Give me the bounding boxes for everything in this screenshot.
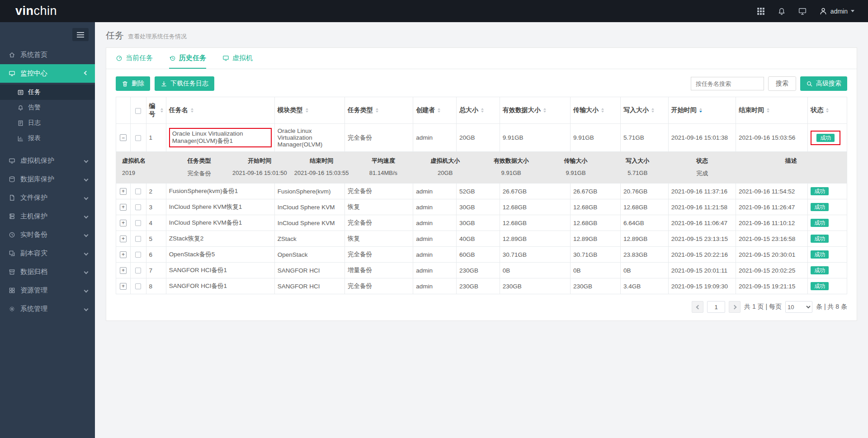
vm-protection-icon bbox=[9, 157, 15, 164]
sidebar-item-db-protection[interactable]: 数据库保护 bbox=[0, 170, 95, 188]
cell-written-size: 23.83GB bbox=[620, 247, 668, 263]
table-row[interactable]: + 6 OpenStack备份5 OpenStack 完全备份 admin 60… bbox=[116, 247, 847, 263]
cell-module-type: FusionSphere(kvm) bbox=[274, 184, 344, 199]
column-header-module-type[interactable]: 模块类型 bbox=[274, 97, 344, 124]
column-header-written-size[interactable]: 写入大小 bbox=[620, 97, 668, 124]
table-row[interactable]: + 8 SANGFOR HCI备份1 SANGFOR HCI 完全备份 admi… bbox=[116, 278, 847, 294]
apps-grid-icon[interactable] bbox=[757, 7, 765, 15]
column-header-task-name[interactable]: 任务名 bbox=[166, 97, 274, 124]
row-checkbox[interactable] bbox=[135, 220, 141, 226]
select-all-header bbox=[131, 97, 146, 124]
download-task-log-button[interactable]: 下载任务日志 bbox=[155, 76, 214, 91]
tab-history-tasks[interactable]: 历史任务 bbox=[169, 48, 206, 69]
cell-valid-data-size: 12.68GB bbox=[500, 215, 570, 231]
tasks-icon bbox=[17, 89, 24, 96]
column-header-transfer-size[interactable]: 传输大小 bbox=[571, 97, 621, 124]
row-checkbox[interactable] bbox=[135, 236, 141, 242]
cell-transfer-size: 26.67GB bbox=[571, 184, 621, 199]
cell-task-type: 完全备份 bbox=[345, 215, 413, 231]
sort-icons bbox=[767, 108, 769, 113]
expand-row-icon[interactable]: + bbox=[120, 220, 127, 226]
vm-detail-grid: 虚拟机名2019 任务类型完全备份 开始时间2021-09-16 15:01:5… bbox=[116, 152, 847, 183]
sidebar-collapse-button[interactable] bbox=[72, 28, 89, 41]
sidebar-item-realtime-backup[interactable]: 实时备份 bbox=[0, 226, 95, 244]
table-row[interactable]: + 7 SANGFOR HCI备份1 SANGFOR HCI 增量备份 admi… bbox=[116, 263, 847, 278]
next-page-button[interactable] bbox=[729, 301, 741, 313]
cell-id: 3 bbox=[146, 199, 166, 215]
row-checkbox[interactable] bbox=[135, 268, 141, 273]
file-icon bbox=[9, 194, 15, 201]
expand-row-icon[interactable]: + bbox=[120, 251, 127, 258]
expand-row-icon[interactable]: + bbox=[120, 267, 127, 274]
sidebar-item-file-protection[interactable]: 文件保护 bbox=[0, 188, 95, 207]
sidebar-item-system-management[interactable]: 系统管理 bbox=[0, 300, 95, 318]
prev-page-button[interactable] bbox=[692, 301, 703, 313]
cell-written-size: 20.76GB bbox=[620, 184, 668, 199]
delete-button[interactable]: 删除 bbox=[116, 76, 150, 91]
cell-transfer-size: 9.91GB bbox=[571, 124, 621, 152]
sidebar-item-vm-protection[interactable]: 虚拟机保护 bbox=[0, 151, 95, 170]
row-checkbox[interactable] bbox=[135, 188, 141, 194]
expand-row-icon[interactable]: + bbox=[120, 204, 127, 211]
row-checkbox[interactable] bbox=[135, 283, 141, 289]
cell-task-name: Oracle Linux Virtualization Manager(OLVM… bbox=[166, 124, 274, 152]
sidebar-item-host-protection[interactable]: 主机保护 bbox=[0, 207, 95, 226]
cell-id: 2 bbox=[146, 184, 166, 199]
sidebar-item-logs[interactable]: 日志 bbox=[0, 115, 95, 131]
table-row[interactable]: − 1 Oracle Linux Virtualization Manager(… bbox=[116, 124, 847, 152]
cell-task-type: 完全备份 bbox=[345, 184, 413, 199]
column-header-status[interactable]: 状态 bbox=[808, 97, 847, 124]
expand-row-icon[interactable]: + bbox=[120, 283, 127, 290]
expand-column-header bbox=[116, 97, 131, 124]
status-badge: 成功 bbox=[811, 282, 829, 290]
bell-icon[interactable] bbox=[778, 7, 786, 15]
per-page-select[interactable]: 10 bbox=[785, 301, 812, 313]
monitor-icon[interactable] bbox=[798, 7, 807, 15]
expand-row-icon[interactable]: + bbox=[120, 235, 127, 242]
sidebar-item-data-archive[interactable]: 数据归档 bbox=[0, 263, 95, 281]
search-button[interactable]: 搜索 bbox=[768, 76, 796, 91]
column-header-end-time[interactable]: 结束时间 bbox=[736, 97, 807, 124]
expand-row-icon[interactable]: + bbox=[120, 188, 127, 195]
table-row[interactable]: + 5 ZStack恢复2 ZStack 恢复 admin 40GB 12.89… bbox=[116, 231, 847, 247]
table-row[interactable]: + 3 InCloud Sphere KVM恢复1 InCloud Sphere… bbox=[116, 199, 847, 215]
collapse-row-icon[interactable]: − bbox=[120, 134, 127, 141]
chevron-left-icon bbox=[84, 288, 89, 293]
column-header-id[interactable]: 编号 bbox=[146, 97, 166, 124]
cell-total-size: 60GB bbox=[456, 247, 500, 263]
user-menu[interactable]: admin bbox=[819, 7, 854, 15]
cell-start-time: 2021-09-16 11:37:16 bbox=[668, 184, 736, 199]
sidebar-item-replica-dr[interactable]: 副本容灾 bbox=[0, 244, 95, 263]
row-checkbox[interactable] bbox=[135, 135, 141, 141]
column-header-task-type[interactable]: 任务类型 bbox=[345, 97, 413, 124]
trash-icon bbox=[122, 80, 128, 87]
row-detail: 虚拟机名2019 任务类型完全备份 开始时间2021-09-16 15:01:5… bbox=[116, 152, 847, 184]
sort-icons bbox=[191, 108, 193, 113]
sidebar-item-monitor-center[interactable]: 监控中心 bbox=[0, 64, 95, 83]
tab-current-tasks[interactable]: 当前任务 bbox=[116, 48, 153, 69]
column-header-creator[interactable]: 创建者 bbox=[413, 97, 457, 124]
clock-icon bbox=[9, 231, 15, 238]
sidebar-item-resource-management[interactable]: 资源管理 bbox=[0, 281, 95, 300]
cell-valid-data-size: 12.89GB bbox=[500, 231, 570, 247]
cell-task-name: SANGFOR HCI备份1 bbox=[166, 278, 274, 294]
tab-virtual-machines[interactable]: 虚拟机 bbox=[222, 48, 253, 69]
toolbar: 删除 下载任务日志 搜索 高级搜索 bbox=[106, 69, 857, 97]
sidebar-item-alerts[interactable]: 告警 bbox=[0, 100, 95, 115]
select-all-checkbox[interactable] bbox=[135, 108, 141, 114]
table-row[interactable]: + 4 InCloud Sphere KVM备份1 InCloud Sphere… bbox=[116, 215, 847, 231]
cell-total-size: 20GB bbox=[456, 124, 500, 152]
column-header-start-time[interactable]: 开始时间 bbox=[668, 97, 736, 124]
advanced-search-button[interactable]: 高级搜索 bbox=[800, 76, 847, 91]
search-input[interactable] bbox=[691, 77, 764, 90]
row-checkbox[interactable] bbox=[135, 204, 141, 210]
row-checkbox[interactable] bbox=[135, 252, 141, 258]
page-number-input[interactable] bbox=[707, 301, 725, 313]
column-header-valid-data-size[interactable]: 有效数据大小 bbox=[500, 97, 570, 124]
sidebar-item-reports[interactable]: 报表 bbox=[0, 131, 95, 146]
cell-transfer-size: 230GB bbox=[571, 278, 621, 294]
sidebar-item-home[interactable]: 系统首页 bbox=[0, 46, 95, 64]
sidebar-item-tasks[interactable]: 任务 bbox=[0, 85, 95, 100]
table-row[interactable]: + 2 FusionSphere(kvm)备份1 FusionSphere(kv… bbox=[116, 184, 847, 199]
column-header-total-size[interactable]: 总大小 bbox=[456, 97, 500, 124]
